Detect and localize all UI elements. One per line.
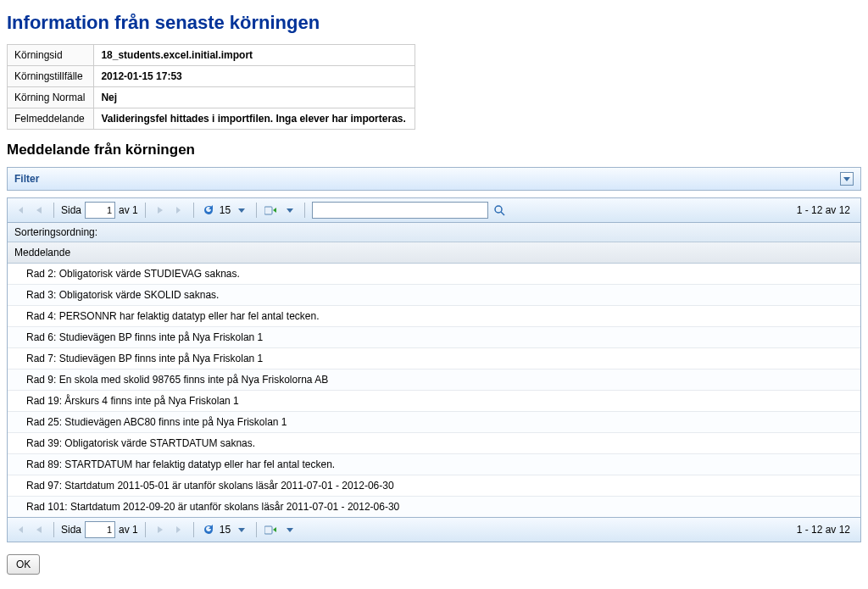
page-label-suffix: av 1 <box>119 204 138 216</box>
info-label: Felmeddelande <box>8 108 94 130</box>
next-page-icon <box>156 525 164 535</box>
first-page-button[interactable] <box>13 203 28 218</box>
page-title: Information från senaste körningen <box>7 12 861 34</box>
export-dropdown-button[interactable] <box>282 522 298 537</box>
svg-rect-3 <box>264 526 272 534</box>
info-value: 18_students.excel.initial.import <box>94 45 415 66</box>
chevron-down-icon <box>287 526 293 533</box>
record-status-bottom: 1 - 12 av 12 <box>797 524 855 536</box>
first-page-icon <box>15 205 25 215</box>
svg-rect-0 <box>264 207 272 214</box>
export-button[interactable] <box>264 522 279 537</box>
toolbar-separator <box>304 203 305 218</box>
refresh-button[interactable] <box>201 203 216 218</box>
export-icon <box>264 524 278 536</box>
expand-filter-button[interactable] <box>840 172 854 186</box>
info-label: Körningstillfälle <box>8 66 94 87</box>
chevron-down-icon <box>238 526 245 533</box>
info-table-body: Körningsid18_students.excel.initial.impo… <box>8 45 415 130</box>
prev-page-button[interactable] <box>31 203 47 218</box>
chevron-down-icon <box>238 207 245 214</box>
table-row[interactable]: Rad 25: Studievägen ABC80 finns inte på … <box>8 412 860 433</box>
chevron-down-icon <box>843 175 850 182</box>
record-status-top: 1 - 12 av 12 <box>797 204 855 216</box>
refresh-button[interactable] <box>201 522 216 537</box>
last-page-button[interactable] <box>171 522 186 537</box>
chevron-down-icon <box>287 207 293 214</box>
grid-toolbar-top: Sida av 1 15 1 - 12 av 12 <box>8 198 860 223</box>
page-label-suffix: av 1 <box>119 524 138 536</box>
next-page-icon <box>156 205 164 215</box>
info-value: Valideringsfel hittades i importfilen. I… <box>94 108 415 130</box>
page-number-input[interactable] <box>85 521 115 538</box>
export-icon <box>264 204 278 216</box>
info-value: 2012-01-15 17:53 <box>94 66 415 87</box>
message-grid: Sida av 1 15 1 - 12 av 12 So <box>7 197 861 542</box>
page-label-prefix: Sida <box>61 204 81 216</box>
grid-body: Rad 2: Obligatorisk värde STUDIEVAG sakn… <box>8 264 860 517</box>
last-page-button[interactable] <box>171 203 186 218</box>
grid-toolbar-bottom: Sida av 1 15 1 - 12 av 12 <box>8 517 860 542</box>
info-row: Körning NormalNej <box>8 87 415 108</box>
first-page-icon <box>15 525 25 535</box>
table-row[interactable]: Rad 101: Startdatum 2012-09-20 är utanfö… <box>8 497 860 517</box>
page-number-input[interactable] <box>85 202 115 219</box>
filter-panel-header[interactable]: Filter <box>7 167 861 191</box>
table-row[interactable]: Rad 19: Årskurs 4 finns inte på Nya Fris… <box>8 391 860 412</box>
info-table: Körningsid18_students.excel.initial.impo… <box>7 44 415 130</box>
prev-page-icon <box>35 525 43 535</box>
next-page-button[interactable] <box>153 522 168 537</box>
table-row[interactable]: Rad 7: Studievägen BP finns inte på Nya … <box>8 348 860 370</box>
refresh-icon <box>203 524 214 536</box>
toolbar-separator <box>145 522 146 537</box>
table-row[interactable]: Rad 6: Studievägen BP finns inte på Nya … <box>8 327 860 348</box>
pagesize-label[interactable]: 15 <box>220 524 231 536</box>
column-header-meddelande[interactable]: Meddelande <box>8 242 860 264</box>
export-button[interactable] <box>264 203 279 218</box>
svg-point-1 <box>495 206 502 213</box>
toolbar-separator <box>193 203 194 218</box>
table-row[interactable]: Rad 2: Obligatorisk värde STUDIEVAG sakn… <box>8 264 860 285</box>
info-label: Körningsid <box>8 45 94 66</box>
filter-label: Filter <box>14 173 39 185</box>
info-value: Nej <box>94 87 415 108</box>
refresh-icon <box>203 204 214 216</box>
table-row[interactable]: Rad 9: En skola med skolid 98765 finns i… <box>8 370 860 391</box>
info-row: Körningsid18_students.excel.initial.impo… <box>8 45 415 66</box>
toolbar-separator <box>53 522 54 537</box>
search-icon <box>493 204 505 216</box>
export-dropdown-button[interactable] <box>282 203 298 218</box>
pagesize-dropdown-button[interactable] <box>234 522 249 537</box>
toolbar-separator <box>256 522 257 537</box>
search-input[interactable] <box>312 202 488 219</box>
table-row[interactable]: Rad 89: STARTDATUM har felaktig datatyp … <box>8 454 860 475</box>
toolbar-separator <box>145 203 146 218</box>
table-row[interactable]: Rad 97: Startdatum 2011-05-01 är utanför… <box>8 475 860 497</box>
search-button[interactable] <box>492 203 507 218</box>
table-row[interactable]: Rad 3: Obligatorisk värde SKOLID saknas. <box>8 285 860 306</box>
last-page-icon <box>174 205 184 215</box>
table-row[interactable]: Rad 39: Obligatorisk värde STARTDATUM sa… <box>8 433 860 454</box>
first-page-button[interactable] <box>13 522 28 537</box>
table-row[interactable]: Rad 4: PERSONNR har felaktig datatyp ell… <box>8 306 860 327</box>
pagesize-dropdown-button[interactable] <box>234 203 249 218</box>
ok-button[interactable]: OK <box>7 554 40 575</box>
pagesize-label[interactable]: 15 <box>220 204 231 216</box>
prev-page-icon <box>35 205 43 215</box>
last-page-icon <box>174 525 184 535</box>
toolbar-separator <box>256 203 257 218</box>
toolbar-separator <box>193 522 194 537</box>
svg-line-2 <box>501 212 504 215</box>
info-label: Körning Normal <box>8 87 94 108</box>
sort-order-bar: Sorteringsordning: <box>8 223 860 242</box>
info-row: Körningstillfälle2012-01-15 17:53 <box>8 66 415 87</box>
toolbar-separator <box>53 203 54 218</box>
section-title: Meddelande från körningen <box>7 142 861 158</box>
next-page-button[interactable] <box>153 203 168 218</box>
info-row: FelmeddelandeValideringsfel hittades i i… <box>8 108 415 130</box>
prev-page-button[interactable] <box>31 522 47 537</box>
page-label-prefix: Sida <box>61 524 81 536</box>
